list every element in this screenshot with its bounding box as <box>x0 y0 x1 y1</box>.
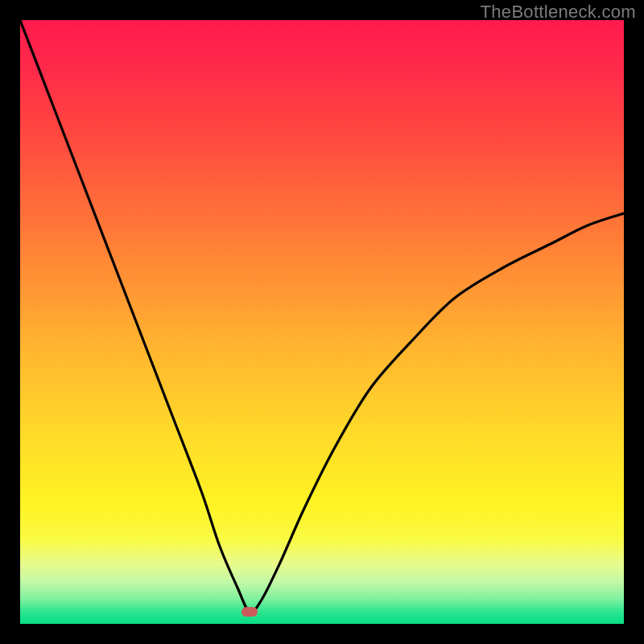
optimum-marker <box>242 607 258 617</box>
bottleneck-curve <box>20 20 624 612</box>
curve-svg <box>20 20 624 624</box>
plot-area <box>20 20 624 624</box>
chart-frame: TheBottleneck.com <box>0 0 644 644</box>
watermark-text: TheBottleneck.com <box>481 2 636 23</box>
